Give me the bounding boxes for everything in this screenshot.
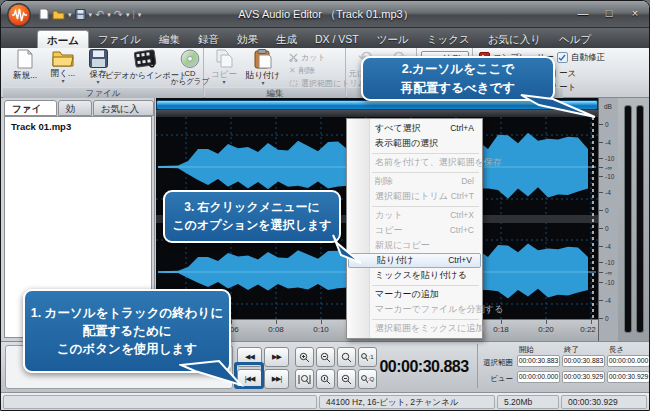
- db-label: -4: [605, 189, 611, 196]
- cut-button[interactable]: カット: [289, 52, 326, 63]
- menu-item-paste[interactable]: 貼り付けCtrl+V: [348, 253, 481, 268]
- ribbon-group-edit: コピー ▾ 貼り付け ▾ カット ✕ 削除 選択範囲にトリム 編集: [205, 48, 346, 98]
- title-bar: ▾ ▾ ↶ ▾ ↷ ▾ | ▾ AVS Audio Editor （Track …: [1, 1, 650, 28]
- zoom-vertical-out-button[interactable]: [337, 369, 356, 389]
- panel-tab-effects[interactable]: 効果: [58, 100, 92, 116]
- tab-record[interactable]: 録音: [189, 30, 228, 48]
- tab-tools[interactable]: ツール: [368, 30, 418, 48]
- db-label: -∞: [605, 164, 612, 171]
- menu-item-add-selection-to-mix: 選択範囲をミックスに追加: [347, 321, 482, 336]
- new-file-icon: [16, 49, 34, 69]
- status-bar: 44100 Hz, 16-ビット, 2チャンネル 5.20Mb 00:00:30…: [1, 392, 650, 411]
- db-ruler: dB 0 -4 -10 -∞ -10 -4 0 0 -4 -10 -∞ -10 …: [598, 98, 618, 341]
- save-dropdown-chevron-icon[interactable]: ▾: [96, 81, 99, 84]
- db-label: -10: [605, 155, 614, 162]
- cd-grab-label-2: からグラブ: [171, 78, 209, 86]
- video-import-button[interactable]: ビデオからインポート: [115, 49, 177, 86]
- db-label: -4: [605, 297, 611, 304]
- timeline-label: 0:22: [580, 325, 596, 334]
- zoom-selection-button[interactable]: [295, 369, 314, 389]
- tab-generate[interactable]: 生成: [267, 30, 306, 48]
- zoom-full-button[interactable]: [337, 347, 356, 367]
- tab-mix[interactable]: ミックス: [418, 30, 479, 48]
- copy-button[interactable]: コピー ▾: [207, 49, 241, 86]
- cut-label: カット: [301, 52, 326, 63]
- callout-3: 3. 右クリックメニューに このオプションを選択します: [163, 190, 341, 243]
- delete-cross-icon: ✕: [289, 66, 296, 75]
- menu-item-select-view[interactable]: 表示範囲の選択: [347, 136, 482, 151]
- tab-home[interactable]: ホーム: [37, 30, 89, 48]
- paste-button[interactable]: 貼り付け ▾: [243, 49, 283, 86]
- view-start-field[interactable]: 00:00:00.000: [517, 371, 560, 383]
- ribbon-tab-strip: ホーム ファイル 編集 録音 効果 生成 DX / VST ツール ミックス お…: [1, 28, 650, 48]
- callout-2-tail: [519, 93, 601, 119]
- db-label: -4: [605, 243, 611, 250]
- menu-item-select-all[interactable]: すべて選択Ctrl+A: [347, 121, 482, 136]
- zoom-in-button[interactable]: [295, 347, 314, 367]
- fast-forward-icon: ▶▶: [272, 353, 281, 361]
- level-meter-right: [636, 105, 644, 333]
- db-label: -∞: [605, 269, 612, 276]
- paste-dropdown-chevron-icon[interactable]: ▾: [261, 82, 264, 85]
- db-label: -4: [605, 139, 611, 146]
- panel-tab-files[interactable]: ファイル: [4, 100, 57, 116]
- fast-forward-button[interactable]: ▶▶: [264, 347, 289, 367]
- db-label: 0: [605, 315, 609, 322]
- panel-tab-favorites[interactable]: お気に入り: [93, 100, 154, 116]
- cd-icon: [180, 49, 200, 69]
- menu-item-save-selection-as: 名前を付けて、選択範囲を保存: [347, 155, 482, 170]
- copy-icon: [216, 49, 233, 68]
- timeline-label: 0:10: [313, 325, 329, 334]
- delete-button[interactable]: ✕ 削除: [289, 65, 315, 76]
- view-row-label: ビュー: [479, 374, 513, 384]
- autocorrect-button[interactable]: 自動修正: [557, 51, 605, 64]
- status-format: 44100 Hz, 16-ビット, 2チャンネル: [319, 395, 495, 409]
- tab-file[interactable]: ファイル: [89, 30, 150, 48]
- timeline-label: 0:18: [493, 325, 509, 334]
- tab-dx-vst[interactable]: DX / VST: [306, 30, 368, 48]
- tab-effects[interactable]: 効果: [228, 30, 267, 48]
- selection-start-field[interactable]: 00:00:30.883: [517, 355, 560, 367]
- view-end-field[interactable]: 00:00:30.929: [562, 371, 605, 383]
- db-label: 0: [605, 121, 609, 128]
- go-to-end-button[interactable]: ▶▶|: [264, 369, 289, 389]
- tab-edit[interactable]: 編集: [150, 30, 189, 48]
- zoom-out-button[interactable]: [316, 347, 335, 367]
- zoom-out-icon: [320, 352, 331, 363]
- new-button[interactable]: 新規...: [7, 49, 43, 86]
- selection-header-end: 終了: [564, 345, 608, 355]
- close-button[interactable]: ×: [627, 6, 643, 20]
- group-label-edit: 編集: [205, 87, 345, 98]
- db-unit-label: dB: [604, 103, 612, 110]
- selection-header-start: 開始: [519, 345, 563, 355]
- zoom-full-icon: [341, 352, 352, 363]
- save-icon: [89, 49, 108, 68]
- cd-grab-button[interactable]: CD からグラブ: [177, 49, 203, 86]
- level-meters: [618, 98, 650, 341]
- selection-end-field[interactable]: 00:00:30.883: [562, 355, 605, 367]
- tab-favorites[interactable]: お気に入り: [479, 30, 550, 48]
- ribbon-group-file: 新規... 開く... ▾ 保存 ▾ ビデオからインポート CD からグラブ: [3, 48, 204, 98]
- tab-help[interactable]: ヘルプ: [550, 30, 600, 48]
- menu-item-trim: 選択範囲にトリムCtrl+T: [347, 189, 482, 204]
- time-display: 00:00:30.883: [371, 347, 477, 387]
- db-label: -10: [605, 279, 614, 286]
- maximize-button[interactable]: □: [601, 6, 617, 20]
- zoom-vertical-in-icon: [320, 374, 331, 385]
- go-to-end-icon: ▶▶|: [272, 375, 282, 383]
- zoom-vertical-in-button[interactable]: [316, 369, 335, 389]
- open-dropdown-chevron-icon[interactable]: ▾: [61, 80, 64, 83]
- db-label: 0: [605, 225, 609, 232]
- open-button[interactable]: 開く... ▾: [45, 49, 81, 86]
- timeline-label: 0:08: [268, 325, 284, 334]
- db-label: -10: [605, 173, 614, 180]
- menu-item-paste-mix[interactable]: ミックスを貼り付ける: [347, 268, 482, 283]
- level-meter-left: [624, 105, 632, 333]
- scissors-icon: [289, 53, 298, 62]
- selection-length-field[interactable]: 00:00:00.000: [607, 355, 650, 367]
- menu-item-add-marker[interactable]: マーカーの追加: [347, 287, 482, 302]
- view-length-field[interactable]: 00:00:30.929: [607, 371, 650, 383]
- file-list-item[interactable]: Track 01.mp3: [5, 117, 151, 136]
- minimize-button[interactable]: —: [575, 6, 591, 20]
- callout-3-tail: [331, 233, 365, 267]
